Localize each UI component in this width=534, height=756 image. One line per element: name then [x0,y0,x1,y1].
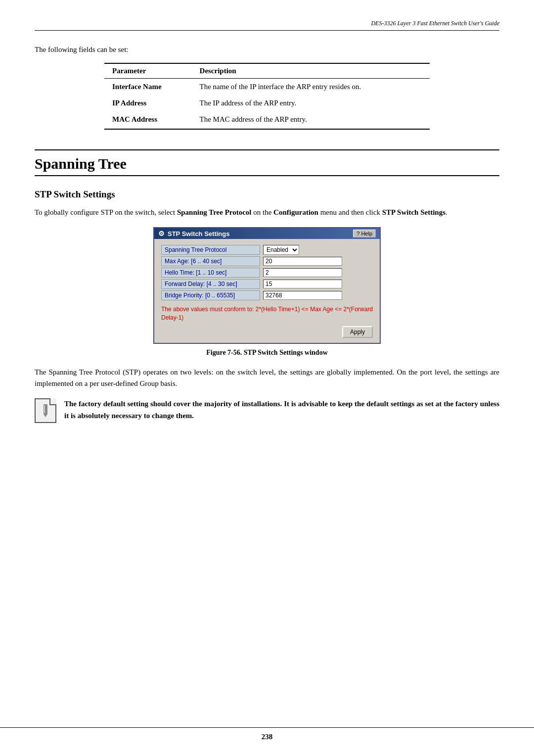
apply-button[interactable]: Apply [342,326,373,338]
note-text: The factory default setting should cover… [64,398,499,422]
bridge-priority-input[interactable] [263,291,342,300]
bridge-priority-label: Bridge Priority: [0 .. 65535] [161,290,260,300]
stp-warning: The above values must conform to: 2*(Hel… [161,305,373,322]
help-label: Help [361,231,372,236]
col-parameter: Parameter [104,63,192,79]
page-number: 238 [262,733,273,741]
stp-content: Spanning Tree Protocol Enabled Disabled … [154,239,380,343]
param-desc-ip: The IP address of the ARP entry. [192,95,430,111]
stp-titlebar-left: ⚙ STP Switch Settings [158,230,229,237]
header-text: DES-3326 Layer 3 Fast Ethernet Switch Us… [371,20,499,27]
stp-intro-text: To globally configure STP on the switch,… [35,207,499,218]
hello-time-input[interactable] [263,268,342,277]
bridge-priority-row: Bridge Priority: [0 .. 65535] [161,290,373,300]
param-name-interface: Interface Name [104,79,192,95]
bold-spanning-tree: Spanning Tree Protocol [177,208,252,216]
apply-row: Apply [161,326,373,338]
parameter-table: Parameter Description Interface Name The… [104,63,430,130]
bold-configuration: Configuration [273,208,318,216]
pencil-icon [40,403,51,418]
stp-titlebar: ⚙ STP Switch Settings ? Help [154,228,380,239]
section-title-container: Spanning Tree [35,155,499,172]
page-header: DES-3326 Layer 3 Fast Ethernet Switch Us… [35,20,499,31]
intro-paragraph: The following fields can be set: [35,46,499,54]
svg-rect-2 [44,405,45,413]
param-desc-interface: The name of the IP interface the ARP ent… [192,79,430,95]
col-description: Description [192,63,430,79]
stp-protocol-label: Spanning Tree Protocol [161,245,260,255]
help-button[interactable]: ? Help [353,230,376,237]
section-bottom-divider [35,175,499,176]
max-age-input[interactable] [263,257,342,266]
param-name-ip: IP Address [104,95,192,111]
figure-caption: Figure 7-56. STP Switch Settings window [35,349,499,357]
page: DES-3326 Layer 3 Fast Ethernet Switch Us… [0,0,534,756]
forward-delay-label: Forward Delay: [4 .. 30 sec] [161,279,260,289]
param-name-mac: MAC Address [104,111,192,129]
table-row: Interface Name The name of the IP interf… [104,79,430,95]
param-desc-mac: The MAC address of the ARP entry. [192,111,430,129]
table-row: IP Address The IP address of the ARP ent… [104,95,430,111]
section-top-divider [35,149,499,150]
max-age-label: Max Age: [6 .. 40 sec] [161,256,260,266]
max-age-row: Max Age: [6 .. 40 sec] [161,256,373,266]
stp-protocol-row: Spanning Tree Protocol Enabled Disabled [161,245,373,255]
stp-protocol-select[interactable]: Enabled Disabled [263,245,299,255]
forward-delay-input[interactable] [263,280,342,288]
section-title: Spanning Tree [35,155,499,172]
bold-stp-settings: STP Switch Settings [382,208,445,216]
stp-window-title: STP Switch Settings [168,230,229,237]
stp-window: ⚙ STP Switch Settings ? Help Spanning Tr… [153,227,381,344]
note-icon [35,398,56,423]
stp-icon: ⚙ [158,230,165,237]
hello-time-row: Hello Time: [1 .. 10 sec] [161,268,373,278]
page-footer: 238 [0,727,534,741]
forward-delay-row: Forward Delay: [4 .. 30 sec] [161,279,373,289]
svg-marker-1 [44,414,47,417]
stp-body-text: The Spanning Tree Protocol (STP) operate… [35,367,499,390]
note-box: The factory default setting should cover… [35,398,499,423]
hello-time-label: Hello Time: [1 .. 10 sec] [161,268,260,278]
table-row: MAC Address The MAC address of the ARP e… [104,111,430,129]
subsection-title: STP Switch Settings [35,189,499,200]
question-icon: ? [356,231,359,236]
